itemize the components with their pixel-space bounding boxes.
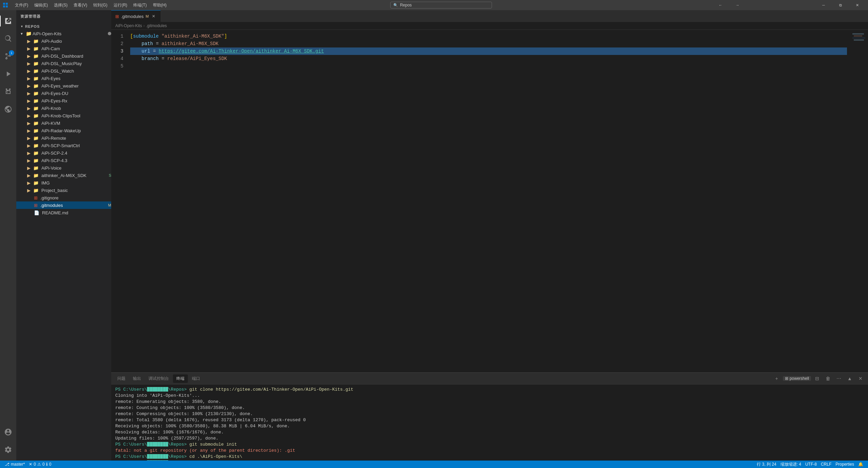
sidebar-item-AiPi-Eyes-Rx[interactable]: ▶📁AiPi-Eyes-Rx — [16, 97, 111, 104]
cursor-position-status[interactable]: 行 3, 列 24 — [755, 461, 778, 468]
breadcrumb-file[interactable]: .gitmodules — [146, 23, 167, 28]
code-editor[interactable]: 1 2 3 4 5 [submodule "aithinker_Ai-M6X_S… — [111, 30, 851, 372]
activity-search[interactable] — [0, 31, 16, 47]
folder-file-icon: 📁 — [33, 54, 39, 59]
terminal-tab-output[interactable]: 输出 — [130, 374, 144, 383]
restore-button[interactable]: ⧉ — [833, 0, 848, 10]
errors-status[interactable]: ✕ 0 ⚠ 0 ℹ 0 — [27, 461, 53, 468]
terminal-tab-debug[interactable]: 调试控制台 — [145, 374, 172, 383]
activity-source-control[interactable]: 1 — [0, 48, 16, 64]
menu-view[interactable]: 查看(V) — [71, 2, 90, 9]
item-label: README.md — [42, 210, 111, 215]
tab-bar: ⊞ .gitmodules M ✕ — [111, 10, 868, 22]
terminal-split-button[interactable]: ⊟ — [812, 374, 822, 383]
terminal-close-button[interactable]: ✕ — [856, 374, 865, 383]
sidebar-item-Project-basic[interactable]: ▶📁Project_basic — [16, 187, 111, 194]
activity-account[interactable] — [0, 424, 16, 440]
git-branch-status[interactable]: ⎇ master* — [3, 461, 27, 468]
activity-extensions[interactable] — [0, 83, 16, 100]
folder-file-icon: 📁 — [33, 143, 39, 148]
activity-settings[interactable] — [0, 442, 16, 458]
sidebar-item-aithinker-Ai-M6X-SDK[interactable]: ▶📁aithinker_Ai-M6X_SDKS — [16, 172, 111, 179]
terminal-content[interactable]: PS C:\Users\████████\Repos> git clone ht… — [111, 385, 868, 461]
tab-gitmodules[interactable]: ⊞ .gitmodules M ✕ — [111, 10, 161, 22]
sidebar-item-AiPi-DSL-MusicPlay[interactable]: ▶📁AiPi-DSL_MusicPlay — [16, 60, 111, 67]
line-ending-status[interactable]: CRLF — [819, 461, 833, 468]
activity-run[interactable] — [0, 66, 16, 82]
collapse-all-button[interactable]: ⊟ — [92, 13, 99, 20]
folder-icon: ▶ — [27, 128, 31, 133]
sidebar-item-AiPi-KVM[interactable]: ▶📁AiPi-KVM — [16, 119, 111, 127]
sidebar-item-AiPi-SCP-SmartCtrl[interactable]: ▶📁AiPi-SCP-SmartCtrl — [16, 142, 111, 149]
folder-file-icon: 📁 — [33, 113, 39, 118]
sidebar-item-AiPi-Remote[interactable]: ▶📁AiPi-Remote — [16, 134, 111, 142]
activity-remote[interactable] — [0, 101, 16, 117]
more-options-button[interactable]: ⋯ — [100, 13, 107, 20]
sidebar-item--gitignore[interactable]: ⊞.gitignore — [16, 194, 111, 201]
activity-explorer[interactable] — [0, 13, 16, 29]
repos-section[interactable]: ▼ REPOS — [16, 22, 111, 30]
menu-bar: 文件(F) 编辑(E) 选择(S) 查看(V) 转到(G) 运行(R) 终端(T… — [12, 2, 169, 9]
language-status[interactable]: Properties — [833, 461, 856, 468]
sidebar-item-README-md[interactable]: 📄README.md — [16, 209, 111, 216]
menu-help[interactable]: 帮助(H) — [150, 2, 170, 9]
command: cd .\AiPi-Open-Kits\ — [189, 454, 242, 459]
terminal-line: remote: Counting objects: 100% (3580/358… — [115, 405, 864, 411]
code-line-1: [submodule "aithinker_Ai-M6X_SDK"] — [130, 33, 847, 40]
tree-item-root[interactable]: ▼ 📁 AiPi-Open-Kits — [16, 30, 111, 37]
menu-edit[interactable]: 编辑(E) — [32, 2, 51, 9]
sidebar-item-AiPi-Eyes-weather[interactable]: ▶📁AiPi-Eyes_weather — [16, 82, 111, 90]
terminal-new-button[interactable]: + — [772, 374, 782, 383]
terminal-line: remote: Total 3580 (delta 1676), reused … — [115, 417, 864, 423]
sidebar-item-AiPi-SCP-2-4[interactable]: ▶📁AiPi-SCP-2.4 — [16, 149, 111, 157]
navigate-back[interactable]: ← — [713, 0, 728, 10]
menu-terminal[interactable]: 终端(T) — [131, 2, 149, 9]
sidebar-item-AiPi-DSL-Watch[interactable]: ▶📁AiPi-DSL_Watch — [16, 67, 111, 75]
notifications-status[interactable]: 🔔 — [856, 461, 865, 468]
search-input[interactable] — [400, 3, 489, 7]
menu-select[interactable]: 选择(S) — [51, 2, 70, 9]
tab-close-button[interactable]: ✕ — [151, 14, 156, 19]
sidebar-item-AiPi-Voice[interactable]: ▶📁AiPi-Voice — [16, 164, 111, 172]
terminal-trash-button[interactable]: 🗑 — [823, 374, 833, 383]
indent-status[interactable]: 缩放缩进: 4 — [778, 461, 803, 468]
sidebar-item-AiPi-Radar-WakeUp[interactable]: ▶📁AiPi-Radar-WakeUp — [16, 127, 111, 134]
sidebar-item-AiPi-Eyes-DU[interactable]: ▶📁AiPi-Eyes-DU — [16, 90, 111, 97]
breadcrumb-root[interactable]: AiPi-Open-Kits — [115, 23, 142, 28]
sidebar-item-AiPi-Eyes[interactable]: ▶📁AiPi-Eyes — [16, 75, 111, 82]
source-control-badge: 1 — [9, 50, 14, 56]
sidebar-item-AiPi-Knob[interactable]: ▶📁AiPi-Knob — [16, 104, 111, 112]
navigate-forward[interactable]: → — [730, 0, 745, 10]
item-label: AiPi-SCP-SmartCtrl — [41, 143, 111, 148]
sidebar-item--gitmodules[interactable]: ⊞.gitmodulesM — [16, 201, 111, 209]
encoding-status[interactable]: UTF-8 — [803, 461, 819, 468]
menu-goto[interactable]: 转到(G) — [91, 2, 110, 9]
item-label: aithinker_Ai-M6X_SDK — [41, 173, 106, 178]
code-content[interactable]: [submodule "aithinker_Ai-M6X_SDK"] path … — [126, 30, 851, 372]
command: git clone https://gitee.com/Ai-Thinker-O… — [189, 387, 353, 392]
terminal-tab-ports[interactable]: 端口 — [189, 374, 203, 383]
new-file-button[interactable]: 📄 — [76, 13, 83, 20]
menu-run[interactable]: 运行(R) — [111, 2, 130, 9]
code-line-3: url = https://gitee.com/Ai-Thinker-Open/… — [130, 47, 847, 55]
folder-icon: ▶ — [27, 136, 31, 141]
menu-file[interactable]: 文件(F) — [12, 2, 31, 9]
title-search[interactable]: 🔍 — [390, 2, 492, 8]
item-label: AiPi-Eyes_weather — [41, 83, 111, 89]
minimize-button[interactable]: ─ — [816, 0, 831, 10]
sidebar-item-AiPi-Audio[interactable]: ▶📁AiPi-Audio — [16, 37, 111, 45]
terminal-more-button[interactable]: ⋯ — [834, 374, 844, 383]
new-folder-button[interactable]: 📁 — [84, 13, 91, 20]
sidebar-item-AiPi-DSL-Dashboard[interactable]: ▶📁AiPi-DSL_Dashboard — [16, 52, 111, 60]
editor-area: ⊞ .gitmodules M ✕ AiPi-Open-Kits › .gitm… — [111, 10, 868, 461]
sidebar-item-AiPi-Knob-ClipsTool[interactable]: ▶📁AiPi-Knob-ClipsTool — [16, 112, 111, 119]
sidebar-item-AiPi-Cam[interactable]: ▶📁AiPi-Cam — [16, 45, 111, 52]
sidebar-item-AiPi-SCP-4-3[interactable]: ▶📁AiPi-SCP-4.3 — [16, 157, 111, 164]
terminal-shell-selector[interactable]: ⊞ powershell — [783, 376, 811, 381]
terminal-maximize-button[interactable]: ▲ — [845, 374, 854, 383]
terminal-tab-terminal[interactable]: 终端 — [173, 374, 188, 383]
sidebar-item-IMG[interactable]: ▶📁IMG — [16, 179, 111, 187]
terminal-tab-problems[interactable]: 问题 — [114, 374, 129, 383]
folder-file-icon: 📁 — [33, 165, 39, 171]
close-button[interactable]: ✕ — [850, 0, 865, 10]
